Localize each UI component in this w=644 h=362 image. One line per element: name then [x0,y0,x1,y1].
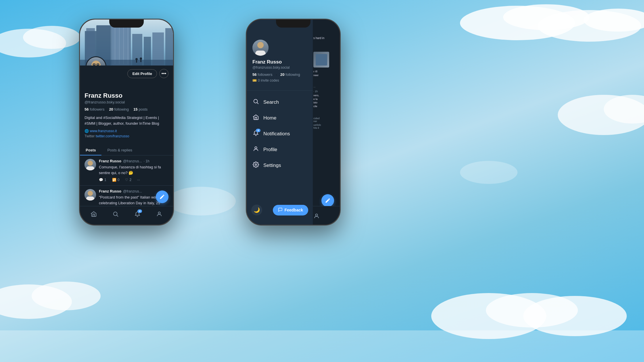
svg-point-12 [32,282,101,310]
profile-name: Franz Russo [85,92,168,99]
svg-point-9 [486,293,578,328]
compose-fab[interactable] [156,190,168,203]
bg-post-area: s hard in r I'llneer ··· · 1h vero,e lai… [311,34,340,132]
bottom-nav: 4 [80,206,173,225]
phone2-person-icon [313,213,320,219]
post-avatar-1 [85,159,96,170]
svg-point-11 [0,284,72,319]
tab-posts[interactable]: Posts [80,145,101,155]
more-action[interactable]: ··· [137,178,140,182]
search-icon [112,211,119,217]
phone2-notch [276,20,310,28]
profile-stats: 56 followers 20 following 15 posts [85,107,168,111]
svg-point-37 [315,214,317,216]
following-stat: 20 following [109,107,129,111]
drawer-item-notifications[interactable]: 4 Notifications [249,126,310,142]
post-text-1: Comunque, l'assenza di hashtag si fa sen… [99,164,168,176]
svg-point-33 [140,57,142,60]
profile-avatar-wrapper [86,56,106,66]
dark-mode-toggle[interactable]: 🌙 [251,205,262,215]
twitter-link[interactable]: twitter.com/franzrusso [96,134,129,138]
repost-action[interactable]: 🔁 0 [112,178,120,182]
feedback-chat-icon [278,207,283,213]
profile-avatar [86,56,106,66]
svg-point-10 [523,296,627,336]
drawer-item-home[interactable]: Home [249,110,310,126]
like-action[interactable]: ♡ 2 [125,178,131,182]
svg-point-1 [503,4,589,30]
more-icon: ··· [137,178,140,182]
profile-handle: @franzrusso.bsky.social [85,100,168,104]
phone2-profile-nav[interactable] [313,213,320,220]
drawer-item-profile[interactable]: Profile [249,142,310,157]
svg-rect-32 [136,60,137,63]
drawer-item-search[interactable]: Search [249,94,310,110]
svg-point-15 [460,161,518,184]
drawer-notifications-badge: 4 [256,129,260,132]
reply-icon: 💬 [99,178,103,182]
phone2-compose-fab[interactable] [321,194,334,207]
drawer-menu: Search Home [247,94,313,201]
repost-icon: 🔁 [112,178,116,182]
tab-posts-replies[interactable]: Posts & replies [101,145,138,155]
drawer-avatar [252,40,269,56]
drawer-profile-name: Franz Russo [252,59,307,65]
phone-1: Edit Profile ••• Franz Russo @franzrusso… [79,19,174,226]
settings-menu-label: Settings [263,163,281,168]
reply-action[interactable]: 💬 1 [99,178,106,182]
phone2-compose-icon [325,198,331,203]
home-menu-label: Home [263,115,276,121]
drawer-profile-handle: @franzrusso.bsky.social [252,66,307,70]
nav-search-button[interactable] [110,208,121,220]
svg-point-6 [0,29,66,57]
drawer-divider [247,90,313,91]
more-options-button[interactable]: ••• [159,69,168,78]
svg-point-36 [158,212,160,214]
profile-menu-label: Profile [263,147,277,153]
svg-point-14 [167,187,236,215]
drawer-stats: 56 followers · 20 following [252,72,307,77]
svg-point-4 [558,95,644,135]
notifications-badge: 4 [137,209,142,213]
feedback-button[interactable]: Feedback [273,205,308,215]
post-time-1: · 1h [144,159,150,163]
profile-info: Franz Russo @franzrusso.bsky.social 56 f… [80,78,173,143]
svg-point-7 [23,26,80,49]
post-content-1: Franz Russo @franzrus... · 1h Comunque, … [99,159,168,182]
nav-notifications-button[interactable]: 4 [132,208,143,220]
svg-point-3 [584,9,644,32]
svg-rect-21 [112,25,129,66]
compose-icon [159,194,165,200]
drawer-invite-codes: 🎫 0 invite codes [252,78,307,82]
svg-point-31 [135,58,138,60]
twitter-link-row: Twitter twitter.com/franzrusso [85,134,168,138]
feedback-label: Feedback [284,208,303,212]
drawer-bottom: 🌙 Feedback [247,201,313,219]
nav-home-button[interactable] [88,208,99,220]
person-icon [156,211,162,217]
post-avatar-2 [85,189,96,201]
post-handle-1: @franzrus... [123,159,142,163]
tabs-bar: Posts Posts & replies [80,145,173,155]
svg-point-5 [604,95,644,124]
website-link[interactable]: www.franzrusso.it [90,129,117,133]
profile-actions: Edit Profile ••• [80,66,173,78]
moon-icon: 🌙 [254,207,260,213]
search-menu-label: Search [263,99,279,105]
more-dots-icon: ••• [162,71,166,76]
drawer-item-settings[interactable]: Settings [249,157,310,173]
followers-stat: 56 followers [85,107,104,111]
post-actions-1: 💬 1 🔁 0 ♡ 2 ··· [99,178,168,182]
posts-stat: 15 posts [133,107,147,111]
notifications-menu-label: Notifications [263,131,290,137]
profile-menu-icon [252,146,259,153]
drawer-profile: Franz Russo @franzrusso.bsky.social 56 f… [247,34,313,87]
nav-profile-button[interactable] [154,208,165,220]
post-author-1: Franz Russo [99,159,121,163]
bell-menu-icon: 4 [252,130,259,138]
svg-point-8 [431,293,546,339]
phone2-screen: s hard in r I'llneer ··· · 1h vero,e lai… [247,20,340,225]
phone-2: s hard in r I'llneer ··· · 1h vero,e lai… [246,19,341,226]
edit-profile-button[interactable]: Edit Profile [127,69,157,78]
post-handle-2: @franzrus... [123,189,142,193]
